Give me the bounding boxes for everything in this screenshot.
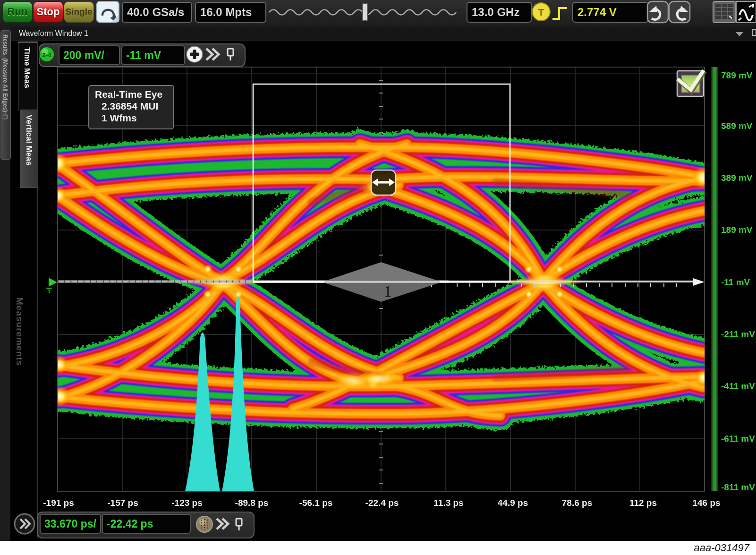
- svg-text:1: 1: [384, 283, 392, 300]
- svg-text:T: T: [538, 7, 544, 17]
- svg-text:2-4: 2-4: [42, 51, 52, 59]
